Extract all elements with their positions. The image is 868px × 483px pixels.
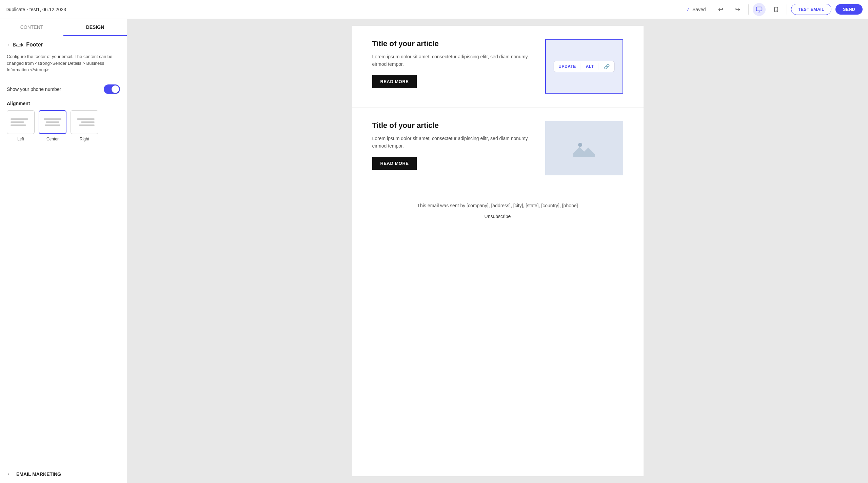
toolbar-separator: [581, 63, 581, 70]
image-toolbar: UPDATE ALT 🔗: [553, 61, 614, 72]
article-1-text: Title of your article Lorem ipsum dolor …: [372, 39, 532, 88]
align-line1: [77, 118, 95, 120]
alignment-options: Left Center: [7, 110, 120, 141]
svg-rect-0: [756, 7, 762, 11]
update-button[interactable]: UPDATE: [558, 64, 576, 69]
align-center-label: Center: [46, 137, 59, 141]
separator3: [787, 4, 787, 15]
unsubscribe-link[interactable]: Unsubscribe: [372, 214, 623, 219]
separator: [710, 4, 710, 15]
phone-toggle-row: Show your phone number: [0, 84, 127, 101]
article-row-1: Title of your article Lorem ipsum dolor …: [352, 26, 644, 108]
undo-button[interactable]: ↩: [714, 3, 727, 16]
link-icon[interactable]: 🔗: [604, 64, 610, 69]
back-label: Back: [13, 42, 23, 47]
desktop-view-button[interactable]: [753, 3, 766, 16]
article-2-body: Lorem ipsum dolor sit amet, consectetur …: [372, 135, 532, 150]
article-1-image[interactable]: UPDATE ALT 🔗: [545, 39, 623, 94]
toolbar-separator2: [599, 63, 599, 70]
email-canvas: Title of your article Lorem ipsum dolor …: [352, 26, 644, 476]
divider1: [0, 79, 127, 79]
sidebar-header: ← Back Footer: [0, 36, 127, 53]
article-row-2: Title of your article Lorem ipsum dolor …: [352, 108, 644, 189]
phone-toggle-label: Show your phone number: [7, 86, 61, 92]
align-line1: [11, 118, 28, 120]
align-line1: [44, 118, 61, 120]
mobile-view-button[interactable]: [770, 3, 783, 16]
tab-content[interactable]: CONTENT: [0, 19, 63, 36]
email-marketing-nav[interactable]: ← EMAIL MARKETING: [0, 465, 127, 483]
align-left-option[interactable]: Left: [7, 110, 35, 141]
email-marketing-label: EMAIL MARKETING: [16, 471, 61, 477]
align-left-box: [7, 110, 35, 134]
tab-design[interactable]: DESIGN: [63, 19, 127, 36]
align-right-option[interactable]: Right: [71, 110, 98, 141]
footer-text: This email was sent by [company], [addre…: [372, 203, 623, 208]
saved-status: ✓ Saved: [686, 6, 706, 13]
toggle-knob: [112, 85, 119, 93]
article-2-title: Title of your article: [372, 121, 532, 130]
tab-row: CONTENT DESIGN: [0, 19, 127, 36]
back-arrow-icon2: ←: [7, 470, 13, 478]
article-2-text: Title of your article Lorem ipsum dolor …: [372, 121, 532, 170]
align-right-label: Right: [80, 137, 89, 141]
sidebar: CONTENT DESIGN ← Back Footer Configure t…: [0, 19, 127, 483]
align-line3: [45, 124, 60, 126]
svg-point-5: [578, 143, 582, 147]
email-footer: This email was sent by [company], [addre…: [352, 189, 644, 233]
article-2-read-more[interactable]: READ MORE: [372, 157, 417, 170]
section-title: Footer: [26, 42, 43, 48]
align-line2: [46, 121, 59, 123]
desktop-icon: [756, 6, 763, 13]
align-line2: [11, 121, 24, 123]
back-button[interactable]: ← Back: [7, 42, 23, 47]
svg-point-4: [776, 11, 776, 11]
preview-area: Title of your article Lorem ipsum dolor …: [127, 19, 868, 483]
redo-button[interactable]: ↪: [731, 3, 744, 16]
check-icon: ✓: [686, 6, 690, 13]
article-1-title: Title of your article: [372, 39, 532, 48]
send-button[interactable]: SEND: [835, 4, 863, 15]
document-title: Duplicate - test1, 06.12.2023: [5, 7, 682, 12]
align-center-box: [39, 110, 66, 134]
alignment-section: Alignment Left: [0, 101, 127, 141]
saved-label: Saved: [692, 7, 706, 12]
image-placeholder-icon: [573, 139, 595, 157]
separator2: [748, 4, 749, 15]
test-email-button[interactable]: TEST EMAIL: [791, 4, 831, 15]
mobile-icon: [773, 6, 779, 13]
align-right-box: [71, 110, 98, 134]
phone-toggle-switch[interactable]: [104, 84, 120, 94]
main-layout: CONTENT DESIGN ← Back Footer Configure t…: [0, 19, 868, 483]
alignment-title: Alignment: [7, 101, 120, 106]
align-line3: [11, 124, 26, 126]
alt-button[interactable]: ALT: [586, 64, 594, 69]
article-1-body: Lorem ipsum dolor sit amet, consectetur …: [372, 53, 532, 68]
topbar: Duplicate - test1, 06.12.2023 ✓ Saved ↩ …: [0, 0, 868, 19]
align-center-option[interactable]: Center: [39, 110, 66, 141]
back-arrow-icon: ←: [7, 42, 12, 47]
article-2-image[interactable]: [545, 121, 623, 175]
article-1-read-more[interactable]: READ MORE: [372, 75, 417, 88]
align-line3: [79, 124, 95, 126]
footer-description: Configure the footer of your email. The …: [0, 53, 127, 79]
align-line2: [81, 121, 95, 123]
align-left-label: Left: [17, 137, 24, 141]
